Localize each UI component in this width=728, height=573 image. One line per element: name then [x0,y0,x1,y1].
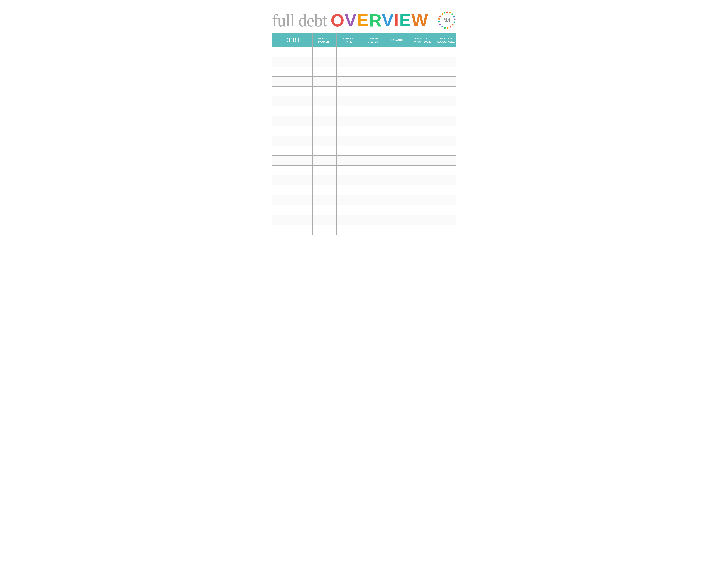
table-cell[interactable] [272,67,313,76]
table-cell[interactable] [408,57,436,67]
table-cell[interactable] [360,106,386,116]
table-row[interactable] [272,175,456,186]
table-cell[interactable] [360,166,386,175]
table-cell[interactable] [272,186,313,195]
table-cell[interactable] [272,47,313,57]
table-cell[interactable] [436,116,456,126]
table-cell[interactable] [408,87,436,96]
table-cell[interactable] [408,205,436,215]
table-cell[interactable] [436,146,456,156]
table-cell[interactable] [313,67,336,76]
table-cell[interactable] [436,136,456,146]
table-cell[interactable] [336,116,360,126]
table-row[interactable] [272,186,456,195]
table-cell[interactable] [408,225,436,235]
table-cell[interactable] [408,47,436,57]
table-cell[interactable] [408,126,436,136]
table-row[interactable] [272,87,456,96]
table-cell[interactable] [386,87,408,96]
table-cell[interactable] [386,116,408,126]
table-cell[interactable] [408,215,436,225]
table-cell[interactable] [336,225,360,235]
table-cell[interactable] [408,195,436,205]
table-cell[interactable] [336,67,360,76]
table-cell[interactable] [272,175,313,186]
table-cell[interactable] [313,166,336,175]
table-cell[interactable] [436,156,456,166]
table-cell[interactable] [386,76,408,87]
table-cell[interactable] [360,205,386,215]
table-row[interactable] [272,156,456,166]
table-cell[interactable] [313,195,336,205]
table-cell[interactable] [360,67,386,76]
table-cell[interactable] [272,106,313,116]
table-row[interactable] [272,205,456,215]
table-row[interactable] [272,225,456,235]
table-cell[interactable] [313,126,336,136]
table-cell[interactable] [408,166,436,175]
table-cell[interactable] [272,116,313,126]
table-cell[interactable] [408,146,436,156]
table-cell[interactable] [313,156,336,166]
table-cell[interactable] [386,215,408,225]
table-row[interactable] [272,96,456,106]
table-cell[interactable] [272,195,313,205]
table-row[interactable] [272,126,456,136]
table-cell[interactable] [360,136,386,146]
table-row[interactable] [272,76,456,87]
table-cell[interactable] [313,96,336,106]
table-row[interactable] [272,146,456,156]
table-cell[interactable] [360,195,386,205]
table-row[interactable] [272,47,456,57]
table-cell[interactable] [272,166,313,175]
table-cell[interactable] [386,156,408,166]
table-cell[interactable] [336,146,360,156]
table-cell[interactable] [386,195,408,205]
table-cell[interactable] [360,126,386,136]
table-cell[interactable] [272,76,313,87]
table-cell[interactable] [272,225,313,235]
table-cell[interactable] [360,146,386,156]
table-cell[interactable] [313,76,336,87]
table-cell[interactable] [386,146,408,156]
table-cell[interactable] [336,87,360,96]
table-cell[interactable] [436,67,456,76]
table-cell[interactable] [336,57,360,67]
table-cell[interactable] [408,67,436,76]
table-cell[interactable] [336,205,360,215]
table-cell[interactable] [436,106,456,116]
table-cell[interactable] [386,96,408,106]
table-cell[interactable] [336,96,360,106]
table-cell[interactable] [313,116,336,126]
table-cell[interactable] [436,205,456,215]
table-cell[interactable] [360,76,386,87]
table-cell[interactable] [272,57,313,67]
table-cell[interactable] [360,175,386,186]
table-cell[interactable] [360,87,386,96]
table-cell[interactable] [360,57,386,67]
table-cell[interactable] [313,146,336,156]
table-cell[interactable] [313,87,336,96]
table-cell[interactable] [436,215,456,225]
table-cell[interactable] [436,76,456,87]
table-cell[interactable] [408,175,436,186]
table-cell[interactable] [436,225,456,235]
table-cell[interactable] [408,76,436,87]
table-cell[interactable] [436,87,456,96]
table-cell[interactable] [313,215,336,225]
table-cell[interactable] [336,215,360,225]
table-cell[interactable] [336,106,360,116]
table-cell[interactable] [272,156,313,166]
table-cell[interactable] [336,156,360,166]
table-cell[interactable] [336,186,360,195]
table-cell[interactable] [436,195,456,205]
table-cell[interactable] [336,47,360,57]
table-cell[interactable] [386,225,408,235]
table-cell[interactable] [408,186,436,195]
table-row[interactable] [272,67,456,76]
table-cell[interactable] [386,175,408,186]
table-cell[interactable] [313,225,336,235]
table-cell[interactable] [336,195,360,205]
table-cell[interactable] [360,215,386,225]
table-cell[interactable] [386,205,408,215]
